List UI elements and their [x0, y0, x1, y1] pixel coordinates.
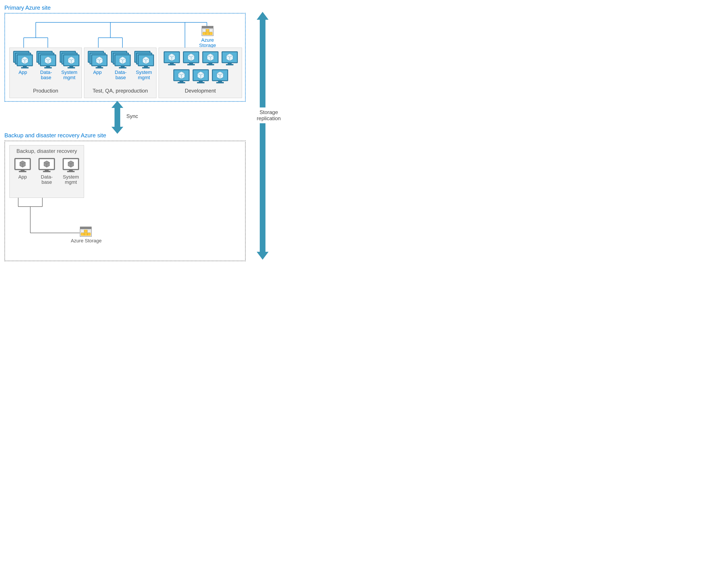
svg-rect-13: [203, 29, 206, 32]
dev-env: Development: [159, 48, 242, 98]
test-app-label: App: [87, 70, 107, 75]
svg-marker-33: [257, 12, 269, 260]
dev-vm-3: [202, 51, 219, 66]
prod-sys-label: System mgmt: [59, 70, 79, 80]
storage-icon: [202, 26, 214, 36]
vm-icon: [183, 51, 200, 66]
test-db-label: Data- base: [110, 70, 131, 80]
vm-stack-icon: [36, 50, 56, 69]
backup-app-label: App: [14, 174, 31, 180]
primary-storage: Azure Storage: [202, 26, 223, 48]
vm-icon: [38, 158, 55, 173]
backup-site-title: Backup and disaster recovery Azure site: [4, 132, 246, 139]
replication-label: Storage replication: [250, 107, 287, 123]
backup-env: Backup, disaster recovery App Data- base…: [9, 145, 84, 198]
primary-site-border: Azure Storage App Data- base System mgmt…: [4, 13, 246, 102]
test-sys-stack: [134, 50, 154, 69]
vm-stack-icon: [110, 50, 131, 69]
svg-rect-31: [84, 233, 87, 235]
dev-title: Development: [159, 86, 242, 97]
backup-site: Backup and disaster recovery Azure site …: [4, 132, 246, 261]
prod-sys-stack: [59, 50, 79, 69]
dev-vm-6: [192, 69, 209, 84]
production-env: App Data- base System mgmt Production: [9, 48, 82, 98]
storage-icon: [80, 226, 92, 237]
vm-stack-icon: [134, 50, 154, 69]
vm-icon: [211, 69, 229, 84]
prod-db-stack: [36, 50, 56, 69]
vm-icon: [192, 69, 209, 84]
vm-stack-icon: [87, 50, 107, 69]
svg-rect-17: [206, 32, 209, 35]
svg-marker-19: [111, 101, 123, 134]
test-app-stack: [87, 50, 107, 69]
vm-icon: [221, 51, 238, 66]
replication-arrow: [257, 12, 269, 260]
dev-vm-2: [183, 51, 200, 66]
vm-stack-icon: [59, 50, 79, 69]
backup-env-title: Backup, disaster recovery: [9, 145, 84, 155]
architecture-diagram: Primary Azure site: [4, 4, 320, 265]
svg-rect-32: [87, 233, 90, 235]
svg-rect-28: [84, 230, 87, 232]
backup-db-label: Data- base: [38, 174, 55, 185]
svg-rect-29: [87, 230, 90, 232]
sync-arrow: [111, 101, 123, 134]
backup-storage: Azure Storage: [80, 226, 104, 244]
double-arrow-vertical-icon: [111, 101, 123, 134]
prod-app-stack: [13, 50, 33, 69]
vm-stack-icon: [13, 50, 33, 69]
vm-icon: [163, 51, 180, 66]
svg-rect-27: [81, 230, 84, 232]
dev-vm-7: [211, 69, 229, 84]
vm-icon: [202, 51, 219, 66]
backup-sys-vm: [62, 158, 79, 173]
test-title: Test, QA, preproduction: [84, 86, 156, 97]
test-env: App Data- base System mgmt Test, QA, pre…: [84, 48, 156, 98]
prod-db-label: Data- base: [36, 70, 56, 80]
vm-icon: [62, 158, 79, 173]
svg-rect-18: [209, 32, 212, 35]
svg-rect-16: [203, 32, 206, 35]
prod-app-label: App: [13, 70, 33, 75]
backup-sys-label: System mgmt: [62, 174, 79, 185]
backup-db-vm: [38, 158, 55, 173]
primary-storage-label: Azure Storage: [192, 38, 223, 48]
svg-rect-11: [202, 26, 213, 28]
primary-site-title: Primary Azure site: [4, 4, 246, 11]
backup-storage-label: Azure Storage: [69, 238, 104, 244]
svg-rect-25: [80, 227, 91, 229]
backup-app-vm: [14, 158, 31, 173]
sync-label: Sync: [126, 113, 138, 119]
double-arrow-vertical-icon: [257, 12, 269, 260]
vm-icon: [173, 69, 190, 84]
backup-site-border: Backup, disaster recovery App Data- base…: [4, 141, 246, 261]
svg-rect-30: [81, 233, 84, 235]
dev-vm-5: [173, 69, 190, 84]
dev-vm-1: [163, 51, 180, 66]
test-db-stack: [110, 50, 131, 69]
primary-site: Primary Azure site: [4, 4, 246, 102]
production-title: Production: [9, 86, 82, 97]
svg-rect-14: [206, 29, 209, 32]
backup-connection-lines: [9, 198, 102, 253]
test-sys-label: System mgmt: [134, 70, 154, 80]
svg-rect-15: [209, 29, 212, 32]
dev-vm-4: [221, 51, 238, 66]
vm-icon: [14, 158, 31, 173]
